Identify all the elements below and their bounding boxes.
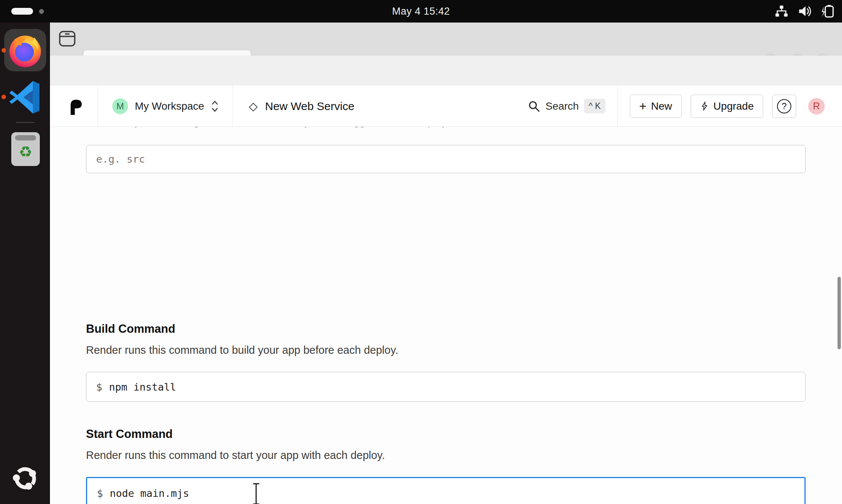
start-command-desc: Render runs this command to start your a…: [86, 449, 806, 462]
question-icon: ?: [777, 99, 791, 113]
service-diamond-icon: ◇: [249, 100, 258, 113]
upgrade-button[interactable]: Upgrade: [691, 95, 763, 118]
workspace-switcher-icon[interactable]: [211, 100, 219, 113]
help-button[interactable]: ?: [772, 95, 796, 118]
tab-strip: New Web Service • Render × +: [50, 23, 842, 56]
render-logo[interactable]: [67, 97, 84, 116]
nav-toolbar: ← → https://dashboard.render.com/web/new…: [50, 56, 842, 86]
scrollbar-thumb[interactable]: [837, 277, 841, 349]
search-shortcut: ^ K: [584, 99, 605, 113]
workspace-name[interactable]: My Workspace: [135, 100, 204, 112]
search-icon: [528, 100, 540, 112]
start-command-title: Start Command: [86, 427, 806, 441]
firefox-dock-item[interactable]: [4, 29, 46, 71]
header-divider: [232, 86, 232, 127]
firefox-icon: [7, 32, 43, 68]
firefox-view-icon[interactable]: [58, 30, 76, 47]
build-command-title: Build Command: [86, 322, 806, 336]
firefox-running-dot: [2, 48, 6, 53]
show-apps-ubuntu-icon[interactable]: [11, 464, 40, 493]
start-command-input-focused[interactable]: $ node main.mjs: [86, 477, 806, 504]
vscode-running-dot: [2, 95, 6, 99]
header-divider: [98, 86, 98, 127]
shell-prompt: $: [96, 381, 102, 393]
vscode-dock-item[interactable]: [8, 80, 43, 115]
search-label: Search: [545, 100, 579, 112]
build-command-desc: Render runs this command to build your a…: [86, 344, 806, 356]
clipped-helper-text: Additionally, code changes outside this …: [86, 127, 806, 130]
shell-prompt: $: [97, 487, 103, 499]
page-content: Additionally, code changes outside this …: [50, 127, 842, 504]
user-avatar[interactable]: R: [808, 98, 825, 115]
trash-lid: [15, 135, 36, 140]
recycle-icon: ♻: [19, 144, 32, 159]
new-button[interactable]: + New: [630, 95, 682, 118]
root-directory-input[interactable]: [86, 145, 806, 173]
header-divider: [617, 86, 618, 127]
plus-icon: +: [639, 99, 647, 113]
build-command-input[interactable]: $ npm install: [86, 372, 806, 402]
render-dashboard: M My Workspace ◇ New Web Service Search …: [50, 86, 842, 504]
breadcrumb: ◇ New Web Service: [249, 100, 355, 113]
dock: ♻: [0, 23, 50, 504]
ibeam-cursor: [250, 482, 262, 504]
lightning-icon: [700, 100, 709, 112]
app-header: M My Workspace ◇ New Web Service Search …: [50, 86, 842, 127]
search-button[interactable]: Search ^ K: [528, 99, 605, 113]
dock-divider: [16, 122, 35, 123]
page-title: New Web Service: [265, 100, 355, 113]
workspace-avatar[interactable]: M: [112, 98, 128, 114]
firefox-window: New Web Service • Render × +: [50, 0, 842, 504]
